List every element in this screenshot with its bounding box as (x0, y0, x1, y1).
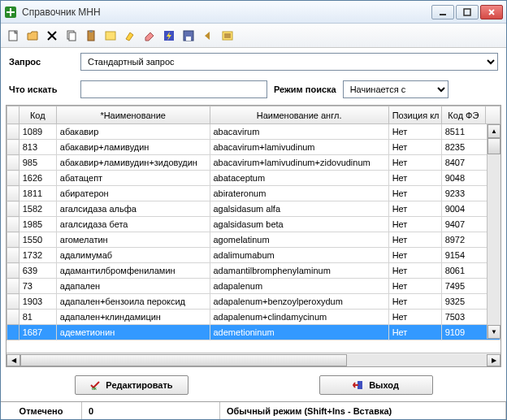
cell-pos[interactable]: Нет (388, 155, 441, 171)
table-row[interactable]: 1626абатацептabataceptumНет9048 (7, 171, 500, 186)
delete-icon[interactable] (45, 28, 59, 43)
cell-name[interactable]: агалсидаза альфа (56, 201, 210, 217)
cell-pos[interactable]: Нет (388, 186, 441, 201)
minimize-button[interactable] (431, 5, 454, 19)
search-mode-select[interactable]: Начинается с (343, 80, 448, 98)
scroll-thumb-v[interactable] (488, 138, 500, 154)
bolt-icon[interactable] (162, 28, 176, 43)
scroll-right-icon[interactable]: ▶ (487, 354, 500, 366)
edit-button[interactable]: ok Редактировать (75, 375, 188, 395)
table-row[interactable]: 1687адеметионинademetioninumНет9109 (7, 325, 500, 340)
cell-name[interactable]: адапален (56, 279, 210, 294)
scroll-left-icon[interactable]: ◀ (6, 354, 20, 366)
cell-name-en[interactable]: adamantilbromphenylaminum (210, 263, 388, 279)
back-icon[interactable] (201, 28, 215, 43)
search-input[interactable] (80, 80, 267, 98)
cell-pos[interactable]: Нет (388, 201, 441, 217)
cell-name[interactable]: абатацепт (56, 171, 210, 186)
cell-code[interactable]: 1687 (19, 325, 56, 340)
table-row[interactable]: 639адамантилбромфениламинadamantilbromph… (7, 263, 500, 279)
highlight-icon[interactable] (123, 28, 137, 43)
table-row[interactable]: 81адапален+клиндамицинadapalenum+clindam… (7, 310, 500, 325)
col-fe[interactable]: Код ФЭ (441, 106, 486, 124)
exit-button[interactable]: Выход (319, 375, 433, 395)
cell-pos[interactable]: Нет (388, 325, 441, 340)
cell-pos[interactable]: Нет (388, 171, 441, 186)
cell-code[interactable]: 81 (19, 310, 56, 325)
col-name-en[interactable]: Наименование англ. (210, 106, 388, 124)
cell-name-en[interactable]: adapalenum (210, 279, 388, 294)
cell-code[interactable]: 985 (19, 155, 56, 171)
note-icon[interactable] (103, 28, 118, 43)
horizontal-scrollbar[interactable]: ◀ ▶ (6, 353, 500, 366)
cell-name[interactable]: абакавир+ламивудин+зидовудин (56, 155, 210, 171)
cell-name-en[interactable]: abirateronum (210, 186, 388, 201)
table-row[interactable]: 1550агомелатинagomelatinumНет8972 (7, 232, 500, 248)
cell-pos[interactable]: Нет (388, 279, 441, 294)
col-code[interactable]: Код (19, 106, 56, 124)
col-pos[interactable]: Позиция кл (388, 106, 441, 124)
cell-name-en[interactable]: abacavirum (210, 124, 388, 140)
cell-code[interactable]: 639 (19, 263, 56, 279)
cell-name-en[interactable]: ademetioninum (210, 325, 388, 340)
cell-name[interactable]: адапален+бензоила пероксид (56, 294, 210, 310)
col-name[interactable]: *Наименование (56, 106, 210, 124)
cell-name[interactable]: адеметионин (56, 325, 210, 340)
cell-name[interactable]: агомелатин (56, 232, 210, 248)
open-icon[interactable] (25, 28, 40, 43)
list-icon[interactable] (220, 28, 235, 43)
table-row[interactable]: 985абакавир+ламивудин+зидовудинabacaviru… (7, 155, 500, 171)
cell-name-en[interactable]: adalimumabum (210, 248, 388, 263)
table-row[interactable]: 1089абакавирabacavirumНет8511 (7, 124, 500, 140)
cell-name[interactable]: адалимумаб (56, 248, 210, 263)
cell-code[interactable]: 1811 (19, 186, 56, 201)
cell-code[interactable]: 1626 (19, 171, 56, 186)
paste-icon[interactable] (84, 28, 98, 43)
cell-name-en[interactable]: abacavirum+lamivudinum (210, 140, 388, 155)
cell-code[interactable]: 73 (19, 279, 56, 294)
new-icon[interactable] (6, 28, 20, 43)
table-row[interactable]: 73адапаленadapalenumНет7495 (7, 279, 500, 294)
close-button[interactable] (480, 5, 503, 19)
cell-name[interactable]: адапален+клиндамицин (56, 310, 210, 325)
table-row[interactable]: 1582агалсидаза альфаagalsidasum alfaНет9… (7, 201, 500, 217)
scroll-thumb-h[interactable] (20, 354, 347, 366)
cell-pos[interactable]: Нет (388, 124, 441, 140)
cell-code[interactable]: 1985 (19, 217, 56, 232)
query-select[interactable]: Стандартный запрос (80, 53, 498, 71)
cell-code[interactable]: 1550 (19, 232, 56, 248)
cell-code[interactable]: 1089 (19, 124, 56, 140)
cell-pos[interactable]: Нет (388, 140, 441, 155)
cell-name-en[interactable]: adapalenum+benzoylperoxydum (210, 294, 388, 310)
cell-pos[interactable]: Нет (388, 232, 441, 248)
table-row[interactable]: 1985агалсидаза бетаagalsidasum betaНет94… (7, 217, 500, 232)
cell-name[interactable]: абиратерон (56, 186, 210, 201)
table-row[interactable]: 1811абиратеронabirateronumНет9233 (7, 186, 500, 201)
scroll-up-icon[interactable]: ▲ (488, 124, 500, 138)
cell-name-en[interactable]: abacavirum+lamivudinum+zidovudinum (210, 155, 388, 171)
cell-name[interactable]: абакавир (56, 124, 210, 140)
cell-name[interactable]: абакавир+ламивудин (56, 140, 210, 155)
cell-code[interactable]: 1903 (19, 294, 56, 310)
cell-name[interactable]: адамантилбромфениламин (56, 263, 210, 279)
cell-pos[interactable]: Нет (388, 217, 441, 232)
cell-pos[interactable]: Нет (388, 263, 441, 279)
data-grid[interactable]: Код *Наименование Наименование англ. Поз… (6, 105, 501, 367)
cell-name-en[interactable]: abataceptum (210, 171, 388, 186)
vertical-scrollbar[interactable]: ▲ ▼ (487, 124, 500, 339)
cell-name-en[interactable]: agalsidasum beta (210, 217, 388, 232)
cell-name-en[interactable]: agomelatinum (210, 232, 388, 248)
cell-code[interactable]: 1732 (19, 248, 56, 263)
scroll-down-icon[interactable]: ▼ (488, 325, 500, 339)
cell-pos[interactable]: Нет (388, 248, 441, 263)
cell-name[interactable]: агалсидаза бета (56, 217, 210, 232)
cell-code[interactable]: 1582 (19, 201, 56, 217)
save-icon[interactable] (181, 28, 196, 43)
maximize-button[interactable] (456, 5, 479, 19)
cell-pos[interactable]: Нет (388, 294, 441, 310)
table-row[interactable]: 1732адалимумабadalimumabumНет9154 (7, 248, 500, 263)
cell-name-en[interactable]: adapalenum+clindamycinum (210, 310, 388, 325)
cell-code[interactable]: 813 (19, 140, 56, 155)
cell-pos[interactable]: Нет (388, 310, 441, 325)
copy-icon[interactable] (64, 28, 79, 43)
